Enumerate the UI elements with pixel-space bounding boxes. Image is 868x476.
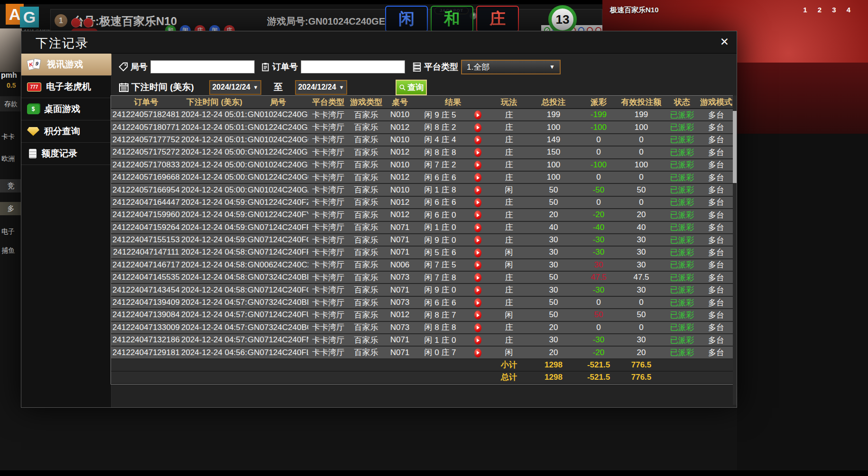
cell-payout: 0 (580, 196, 618, 209)
platform-select[interactable]: 1.全部 ▼ (461, 60, 561, 74)
cell-total-bet: 199 (527, 109, 580, 121)
replay-icon[interactable] (474, 286, 481, 295)
cell-replay (465, 321, 490, 334)
replay-icon[interactable] (474, 273, 481, 282)
cell-total-bet: 50 (527, 296, 580, 309)
cell-total-bet: 20 (527, 209, 580, 221)
summary-label: 总计 (490, 371, 527, 384)
replay-icon[interactable] (474, 298, 481, 307)
cell-valid-bet: 0 (618, 171, 665, 183)
replay-icon[interactable] (474, 136, 481, 145)
round-input[interactable] (150, 60, 255, 73)
cell-bet-time: 2024-12-24 04:59:29 (181, 221, 248, 234)
sidebar-item-多[interactable]: 多 (0, 202, 22, 215)
cell-game-type: 百家乐 (348, 221, 384, 234)
replay-icon[interactable] (474, 211, 481, 220)
replay-icon[interactable] (474, 161, 481, 170)
sidebar-item-卡卡[interactable]: 卡卡 (0, 133, 22, 141)
order-filter-label: 订单号 (272, 61, 298, 73)
cell-table-no: N073 (384, 321, 416, 334)
cell-game-mode: 多台 (699, 284, 733, 296)
cell-bet-time: 2024-12-24 04:58:22 (181, 259, 248, 271)
cell-game-type: 百家乐 (348, 171, 384, 183)
column-header: 结果 (416, 96, 490, 109)
table-row: 2412240471394092024-12-24 04:57:40GN0732… (111, 296, 733, 309)
column-header: 状态 (665, 96, 699, 109)
sidebar-item-欧洲[interactable]: 欧洲 (0, 155, 22, 163)
logo-letter-g: G (20, 7, 39, 27)
table-row: 2412240471599602024-12-24 04:59:33GN0122… (111, 209, 733, 221)
replay-icon[interactable] (474, 223, 481, 232)
cell-status: 已派彩 (665, 296, 699, 309)
username: pmh (1, 71, 17, 80)
cell-payout: -30 (580, 246, 618, 258)
replay-icon[interactable] (474, 336, 481, 345)
cell-platform: 卡卡湾厅 (308, 334, 348, 346)
order-input[interactable] (301, 60, 405, 73)
cell-game-type: 百家乐 (348, 246, 384, 258)
sidebar-item-电子老虎机[interactable]: 777电子老虎机 (21, 76, 111, 98)
replay-icon[interactable] (474, 173, 481, 182)
table-scrollbar[interactable] (733, 95, 737, 405)
cell-bet-time: 2024-12-24 05:00:25 (181, 171, 248, 183)
sidebar-item-竞[interactable]: 竞 (0, 179, 22, 192)
cell-platform: 卡卡湾厅 (308, 196, 348, 209)
cell-platform: 卡卡湾厅 (308, 221, 348, 234)
replay-icon[interactable] (474, 198, 481, 207)
bet-area-player[interactable]: 闲 (385, 6, 428, 32)
cell-bet-time: 2024-12-24 04:59:05 (181, 234, 248, 246)
search-button[interactable]: 查询 (396, 80, 427, 95)
cell-bet-time: 2024-12-24 04:58:05 (181, 284, 248, 296)
cell-round-id: GN07324C240BC (248, 321, 308, 334)
replay-icon[interactable] (474, 348, 481, 357)
summary-total-bet: 1298 (527, 371, 580, 384)
sidebar-item-电子[interactable]: 电子 (0, 228, 22, 236)
column-header: 有效投注额 (618, 96, 665, 109)
cell-total-bet: 50 (527, 309, 580, 321)
cell-game-type: 百家乐 (348, 196, 384, 209)
replay-icon[interactable] (474, 261, 481, 270)
cell-table-no: N006 (384, 259, 416, 271)
sidebar-item-桌面游戏[interactable]: $桌面游戏 (21, 98, 111, 120)
cell-round-id: GN01224C240G2 (248, 121, 308, 133)
points-icon (27, 127, 39, 136)
sidebar-item-额度记录[interactable]: 额度记录 (21, 143, 111, 165)
replay-icon[interactable] (474, 110, 481, 119)
scrollbar-thumb[interactable] (733, 111, 737, 183)
cell-payout: 0 (580, 321, 618, 334)
cell-valid-bet: 100 (618, 121, 665, 133)
cell-valid-bet: 50 (618, 309, 665, 321)
replay-icon[interactable] (474, 311, 481, 320)
cell-valid-bet: 20 (618, 346, 665, 358)
sidebar-item-视讯游戏[interactable]: K9视讯游戏 (21, 54, 111, 76)
cell-order-id: 241224057169668 (111, 171, 181, 183)
date-to-picker[interactable]: 2024/12/24 ▼ (295, 80, 347, 95)
close-icon[interactable]: ✕ (720, 36, 729, 48)
bet-area-tie[interactable]: 和 (431, 6, 473, 32)
replay-icon[interactable] (474, 123, 481, 132)
cell-total-bet: 20 (527, 321, 580, 334)
cell-status: 已派彩 (665, 183, 699, 196)
summary-label: 小计 (490, 359, 527, 371)
deposit-button[interactable]: 存款 (0, 96, 22, 111)
sidebar-item-积分查询[interactable]: 积分查询 (21, 120, 111, 143)
cell-platform: 卡卡湾厅 (308, 209, 348, 221)
sidebar-item-捕鱼[interactable]: 捕鱼 (0, 247, 22, 255)
replay-icon[interactable] (474, 323, 481, 332)
cell-status: 已派彩 (665, 146, 699, 158)
cell-table-no: N071 (384, 334, 416, 346)
bet-area-banker[interactable]: 庄 (476, 6, 519, 32)
sidebar-item-label: 桌面游戏 (44, 103, 80, 115)
cell-replay (465, 309, 490, 321)
column-header: 派彩 (580, 96, 618, 109)
replay-icon[interactable] (474, 186, 481, 195)
avatar[interactable] (0, 28, 22, 72)
replay-icon[interactable] (474, 248, 481, 257)
date-to-value: 2024/12/24 (298, 83, 336, 92)
replay-icon[interactable] (474, 236, 481, 245)
cell-game-mode: 多台 (699, 246, 733, 258)
date-from-picker[interactable]: 2024/12/24 ▼ (209, 80, 261, 95)
bet-records-modal: 下注记录 ✕ K9视讯游戏777电子老虎机$桌面游戏积分查询额度记录 局号 订单… (21, 31, 737, 408)
replay-icon[interactable] (474, 148, 481, 157)
cell-play-type: 庄 (490, 234, 527, 246)
